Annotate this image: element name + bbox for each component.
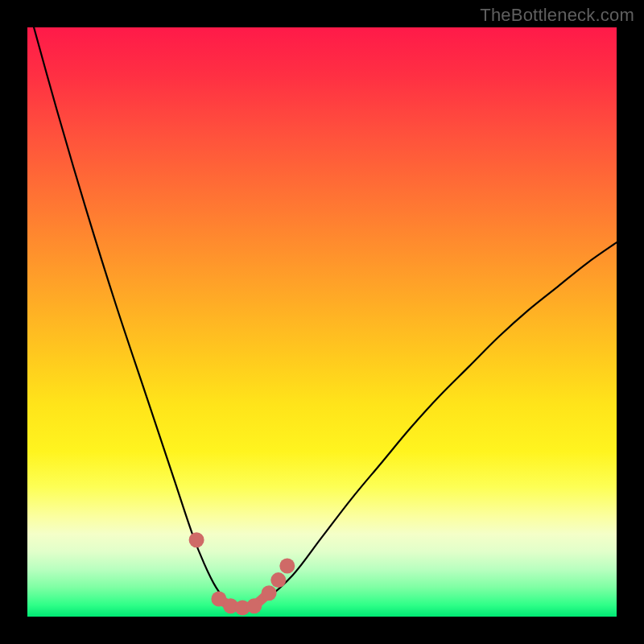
marker-group [189, 532, 295, 615]
highlight-point [246, 598, 262, 613]
plot-area [27, 27, 617, 617]
highlight-point [189, 532, 204, 547]
bottleneck-curve [27, 4, 617, 609]
chart-frame: TheBottleneck.com [0, 0, 644, 644]
plot-svg [27, 27, 617, 617]
highlight-point [262, 585, 277, 601]
highlight-point [279, 559, 295, 574]
highlight-point [270, 572, 286, 588]
watermark-text: TheBottleneck.com [480, 5, 634, 26]
